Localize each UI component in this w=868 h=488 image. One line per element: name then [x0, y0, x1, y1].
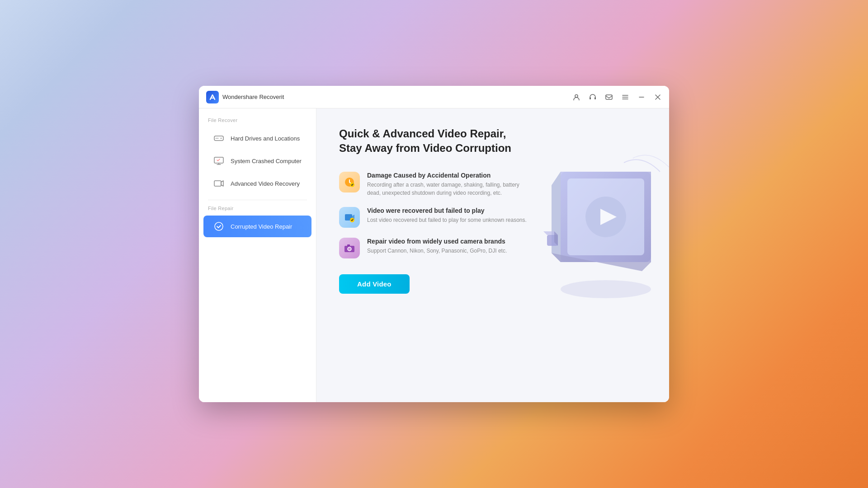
svg-point-11	[221, 138, 222, 139]
title-bar-left: Wondershare Recoverit	[206, 91, 572, 103]
accidental-icon	[339, 172, 360, 192]
hard-drives-label: Hard Drives and Locations	[231, 135, 300, 142]
svg-rect-3	[606, 95, 612, 99]
title-bar-right	[572, 93, 662, 101]
feature-item-failed-play: Video were recovered but failed to play …	[339, 207, 538, 228]
feature-title-accidental: Damage Caused by Accidental Operation	[367, 172, 530, 179]
sidebar-item-hard-drives[interactable]: Hard Drives and Locations	[203, 127, 311, 149]
sidebar-item-advanced-video[interactable]: Advanced Video Recovery	[203, 173, 311, 194]
feature-title-failed-play: Video were recovered but failed to play	[367, 207, 527, 214]
feature-list: Damage Caused by Accidental Operation Re…	[339, 172, 538, 258]
app-window: Wondershare Recoverit	[199, 86, 669, 402]
feature-text-failed-play: Video were recovered but failed to play …	[367, 207, 527, 224]
mail-icon[interactable]	[605, 93, 613, 101]
headset-icon[interactable]	[589, 93, 597, 101]
add-video-button[interactable]: Add Video	[339, 274, 410, 294]
svg-rect-14	[214, 181, 221, 186]
repair-icon	[212, 220, 225, 233]
svg-point-21	[348, 247, 351, 251]
svg-rect-2	[594, 97, 596, 99]
sidebar: File Recover Hard Drives and Locations	[199, 108, 316, 402]
feature-item-camera-brands: Repair video from widely used camera bra…	[339, 238, 538, 258]
svg-point-15	[215, 222, 223, 230]
feature-text-accidental: Damage Caused by Accidental Operation Re…	[367, 172, 530, 197]
failed-play-icon	[339, 207, 360, 228]
camera-brands-icon	[339, 238, 360, 258]
feature-desc-accidental: Recording after a crash, water damage, s…	[367, 181, 530, 197]
feature-desc-camera-brands: Support Cannon, Nikon, Sony, Panasonic, …	[367, 247, 507, 255]
minimize-button[interactable]	[637, 93, 646, 101]
hdd-icon	[212, 132, 225, 145]
feature-text-camera-brands: Repair video from widely used camera bra…	[367, 238, 507, 255]
svg-point-0	[575, 94, 578, 97]
content-heading: Quick & Advanced Video Repair, Stay Away…	[339, 127, 529, 156]
svg-rect-22	[347, 244, 350, 246]
user-icon[interactable]	[572, 93, 580, 101]
svg-point-23	[561, 280, 651, 298]
feature-title-camera-brands: Repair video from widely used camera bra…	[367, 238, 507, 245]
content-area: Quick & Advanced Video Repair, Stay Away…	[316, 108, 669, 402]
file-repair-label: File Repair	[199, 206, 316, 215]
sidebar-item-corrupted-video[interactable]: Corrupted Video Repair	[203, 216, 311, 237]
sidebar-divider	[208, 200, 307, 200]
menu-icon[interactable]	[621, 93, 629, 101]
title-bar: Wondershare Recoverit	[199, 86, 669, 108]
monitor-icon	[212, 155, 225, 167]
feature-item-accidental: Damage Caused by Accidental Operation Re…	[339, 172, 538, 197]
main-layout: File Recover Hard Drives and Locations	[199, 108, 669, 402]
app-logo	[206, 91, 219, 103]
svg-rect-1	[590, 97, 591, 99]
file-recover-label: File Recover	[199, 117, 316, 127]
close-button[interactable]	[654, 93, 662, 101]
video-icon	[212, 177, 225, 190]
corrupted-video-label: Corrupted Video Repair	[231, 223, 292, 230]
advanced-video-label: Advanced Video Recovery	[231, 180, 300, 187]
video-illustration	[533, 136, 669, 307]
system-crashed-label: System Crashed Computer	[231, 158, 302, 164]
feature-desc-failed-play: Lost video recovered but failed to play …	[367, 216, 527, 224]
app-title: Wondershare Recoverit	[222, 94, 284, 100]
sidebar-item-system-crashed[interactable]: System Crashed Computer	[203, 150, 311, 172]
